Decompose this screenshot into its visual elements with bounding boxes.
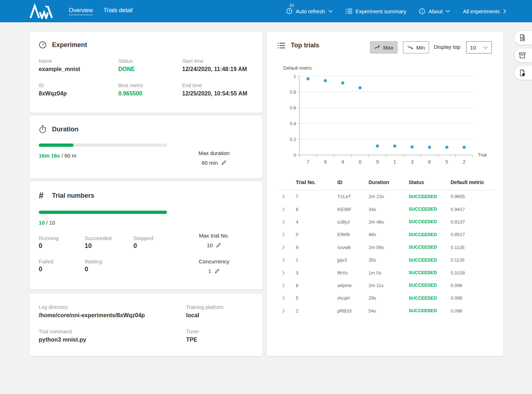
trials-done: 10: [39, 220, 45, 226]
field-log-directory: Log directory /home/core/nni-experiments…: [39, 304, 186, 319]
cell-status: SUCCEEDED: [409, 232, 451, 237]
trend-up-icon: [374, 45, 380, 50]
row-expander-chevron-icon[interactable]: [276, 220, 296, 224]
cell-trial-no: 2: [296, 308, 337, 314]
table-row[interactable]: 7 Y1LeT 2m 23s SUCCEEDED 0.9655: [276, 190, 494, 203]
file-dot-icon: [519, 69, 526, 76]
concurrency-label: Concurrency: [180, 258, 248, 264]
col-id: ID: [337, 179, 369, 185]
svg-text:0: 0: [359, 159, 362, 165]
counter-stopped: Stopped 0: [133, 235, 179, 250]
top-trials-table-body: 7 Y1LeT 2m 23s SUCCEEDED 0.9655 6 KE08F …: [276, 190, 494, 317]
field-label: Trial command: [39, 329, 186, 334]
svg-text:0.4: 0.4: [290, 121, 296, 126]
svg-text:4: 4: [341, 159, 344, 165]
cell-status: SUCCEEDED: [409, 194, 451, 199]
row-expander-chevron-icon[interactable]: [276, 271, 296, 275]
max-duration-value: 60 min: [201, 160, 218, 166]
table-row[interactable]: 9 nzvw8 2m 59s SUCCEEDED 0.1135: [276, 241, 494, 254]
table-row[interactable]: 4 oJ8yJ 2m 46s SUCCEEDED 0.9137: [276, 216, 494, 228]
counter-running: Running 0: [39, 235, 85, 250]
about-menu[interactable]: About: [419, 8, 450, 14]
cell-duration: 2m 59s: [369, 245, 409, 250]
error-file-button[interactable]: [514, 66, 532, 80]
cell-default-metric: 0.9655: [451, 194, 494, 199]
field-start-time: Start time 12/24/2020, 11:48:19 AM: [182, 58, 253, 72]
field-label: ID: [39, 83, 118, 88]
cell-default-metric: 0.9417: [451, 207, 494, 212]
all-experiments-link[interactable]: All experiments: [463, 8, 506, 14]
table-header: Trial No. ID Duration Status Default met…: [276, 179, 494, 190]
experiment-card-title: Experiment: [52, 41, 87, 49]
svg-text:1: 1: [393, 159, 396, 165]
counter-label: Running: [39, 235, 85, 241]
trend-down-icon: [407, 45, 413, 50]
tab-trials-detail[interactable]: Trials detail: [104, 7, 133, 15]
table-row[interactable]: 5 iAcqH 29s SUCCEEDED 0.098: [276, 292, 494, 304]
row-expander-chevron-icon[interactable]: [276, 283, 296, 288]
cell-duration: 35s: [369, 257, 409, 263]
cell-trial-no: 4: [296, 219, 337, 225]
table-row[interactable]: 6 KE08F 34s SUCCEEDED 0.9417: [276, 203, 494, 215]
edit-max-trial-button[interactable]: [216, 243, 221, 248]
row-expander-chevron-icon[interactable]: [276, 207, 296, 212]
cell-duration: 1m 0s: [369, 270, 409, 276]
cell-duration: 34s: [369, 207, 409, 212]
counter-failed: Failed 0: [39, 258, 85, 273]
chevron-down-icon: [446, 10, 450, 13]
view-config-button[interactable]: [514, 31, 532, 44]
table-row[interactable]: 0 EfW9i 48s SUCCEEDED 0.8517: [276, 228, 494, 241]
cell-trial-no: 9: [296, 245, 337, 250]
chevron-down-icon: [483, 46, 488, 49]
cell-default-metric: 0.8517: [451, 232, 494, 237]
cell-status: SUCCEEDED: [409, 245, 451, 250]
field-trial-command: Trial command python3 mnist.py: [39, 329, 186, 343]
trials-caption: 10 / 10: [39, 220, 253, 226]
table-row[interactable]: 1 jpjv3 35s SUCCEEDED 0.1135: [276, 254, 494, 266]
min-button[interactable]: Min: [403, 41, 429, 53]
col-duration: Duration: [369, 179, 409, 185]
cell-default-metric: 0.9137: [451, 219, 494, 225]
display-top-dropdown[interactable]: 10: [466, 41, 492, 53]
counter-value: 10: [85, 242, 133, 250]
row-expander-chevron-icon[interactable]: [276, 245, 296, 250]
experiment-summary-button[interactable]: Experiment summary: [346, 8, 407, 14]
counter-value: 0: [85, 266, 133, 273]
field-end-time: End time 12/25/2020, 10:54:55 AM: [182, 83, 253, 97]
field-best-metric: Best metric 0.965500: [118, 83, 182, 97]
field-training-platform: Training platform local: [186, 304, 253, 319]
duration-total: / 60 m: [60, 153, 76, 159]
max-button[interactable]: Max: [370, 41, 398, 53]
tab-overview[interactable]: Overview: [69, 7, 93, 15]
log-files-button[interactable]: [514, 48, 532, 62]
table-row[interactable]: 2 pRB33 54s SUCCEEDED 0.098: [276, 305, 494, 317]
trial-numbers-card-title: Trial numbers: [52, 192, 94, 200]
display-top-label: Display top: [434, 44, 460, 50]
svg-text:0.6: 0.6: [290, 105, 296, 111]
counter-value: 0: [39, 266, 85, 273]
cell-id: jpjv3: [337, 257, 369, 263]
table-row[interactable]: 8 a4pme 2m 11s SUCCEEDED 0.098: [276, 279, 494, 292]
cell-trial-no: 3: [296, 270, 337, 276]
cell-status: SUCCEEDED: [409, 258, 451, 263]
row-expander-chevron-icon[interactable]: [276, 296, 296, 300]
gauge-icon: [39, 41, 47, 49]
row-expander-chevron-icon[interactable]: [276, 194, 296, 199]
top-nav: Overview Trials detail 10 Auto refresh: [0, 0, 532, 22]
cell-trial-no: 1: [296, 257, 337, 263]
svg-text:1: 1: [294, 74, 296, 79]
duration-card-title: Duration: [52, 126, 79, 133]
edit-concurrency-button[interactable]: [214, 268, 220, 274]
auto-refresh-menu[interactable]: 10 Auto refresh: [286, 8, 333, 14]
chevron-down-icon: [328, 10, 333, 13]
trials-progress-track: [39, 211, 167, 214]
cell-id: iAcqH: [337, 295, 369, 301]
counter-label: Waiting: [85, 258, 133, 264]
row-expander-chevron-icon[interactable]: [276, 258, 296, 262]
cell-default-metric: 0.098: [451, 295, 494, 301]
table-row[interactable]: 3 lfhYo 1m 0s SUCCEEDED 0.1028: [276, 266, 494, 279]
edit-max-duration-button[interactable]: [221, 160, 227, 165]
row-expander-chevron-icon[interactable]: [276, 232, 296, 237]
row-expander-chevron-icon[interactable]: [276, 309, 296, 313]
field-label: Tuner: [186, 329, 253, 334]
